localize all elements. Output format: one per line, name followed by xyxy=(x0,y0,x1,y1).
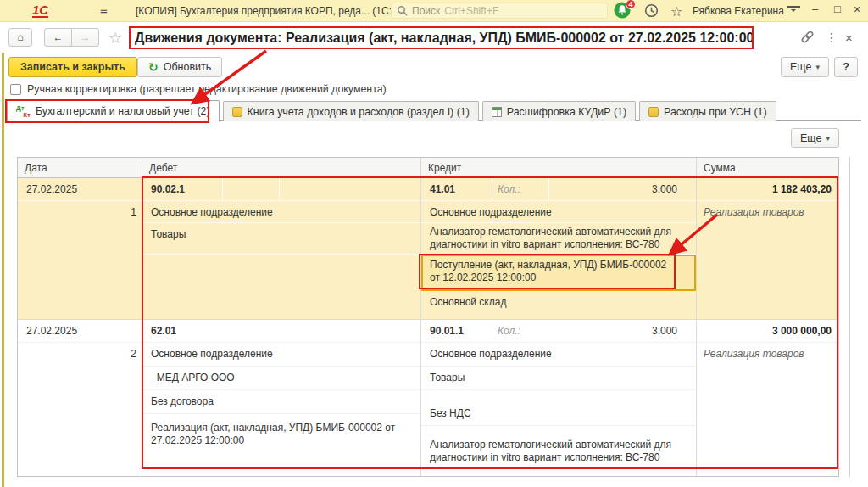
help-button[interactable]: ? xyxy=(834,57,858,77)
refresh-button[interactable]: ↻ Обновить xyxy=(137,57,222,77)
cell-credit-analytics[interactable]: Основной склад xyxy=(421,291,696,315)
more-button-top[interactable]: Еще ▾ xyxy=(781,57,829,77)
table-row[interactable]: 27.02.2025 1 90.02.1 Основное подразделе… xyxy=(18,178,838,320)
cell-amount[interactable]: 3 000 000,00 xyxy=(697,320,838,343)
qty-label: Кол.: xyxy=(492,320,549,342)
chevron-down-icon: ▾ xyxy=(815,63,820,71)
credit-account[interactable]: 41.01 xyxy=(421,178,492,200)
close-icon: × xyxy=(845,31,853,45)
journal-icon xyxy=(648,107,659,117)
table-header: Дата Дебет Кредит Сумма xyxy=(18,158,838,178)
link-icon xyxy=(800,30,815,44)
debit-account[interactable]: 90.02.1 xyxy=(142,178,223,200)
cell-date[interactable]: 27.02.2025 xyxy=(18,320,142,343)
cell-row-number: 2 xyxy=(18,343,142,367)
back-button[interactable]: ← xyxy=(44,28,72,47)
manual-adjustment-checkbox[interactable] xyxy=(10,84,21,95)
close-window-button[interactable]: × xyxy=(854,3,860,16)
page-title: Движения документа: Реализация (акт, нак… xyxy=(129,26,753,49)
star-icon: ☆ xyxy=(670,4,682,19)
tab-usn-expenses[interactable]: Расходы при УСН (1) xyxy=(639,101,776,121)
refresh-icon: ↻ xyxy=(148,62,159,72)
cell-operation[interactable]: Реализация товаров xyxy=(697,201,838,223)
credit-qty[interactable]: 3,000 xyxy=(549,178,696,200)
clock-icon xyxy=(644,3,659,18)
cell-debit-analytics[interactable]: Основное подразделение xyxy=(142,201,420,223)
credit-qty[interactable]: 3,000 xyxy=(549,320,696,342)
tab-accounting-tax[interactable]: ДтКт Бухгалтерский и налоговый учет (2) xyxy=(7,100,220,122)
cell-credit-account-line[interactable]: 90.01.1 Кол.: 3,000 xyxy=(421,320,696,343)
debit-account[interactable]: 62.01 xyxy=(142,320,223,342)
form-content: Записать и закрыть ↻ Обновить Еще ▾ ? Ру… xyxy=(0,53,868,487)
1c-logo: 1С xyxy=(32,3,48,18)
forward-button[interactable]: → xyxy=(71,28,99,47)
get-link-button[interactable] xyxy=(800,30,815,47)
cell-credit-analytics[interactable]: Товары xyxy=(421,367,696,390)
cell-credit-document-active[interactable]: Поступление (акт, накладная, УПД) БМИБ-0… xyxy=(421,255,696,291)
movements-table: Дата Дебет Кредит Сумма 27.02.2025 1 90.… xyxy=(17,157,839,477)
cell-debit-document[interactable]: Реализация (акт, накладная, УПД) БМИБ-00… xyxy=(142,419,420,456)
window-title-bar: 1С ≡ [КОПИЯ] Бухгалтерия предприятия КОР… xyxy=(0,0,868,22)
more-menu-button[interactable]: ⋮ xyxy=(826,31,837,44)
table-row[interactable]: 27.02.2025 2 62.01 Основное подразделени… xyxy=(18,320,838,476)
app-window: 1С ≡ [КОПИЯ] Бухгалтерия предприятия КОР… xyxy=(0,0,868,487)
cell-credit-account-line[interactable]: 41.01 Кол.: 3,000 xyxy=(421,178,696,201)
qty-label: Кол.: xyxy=(492,178,549,200)
main-menu-icon[interactable]: ≡ xyxy=(100,3,108,17)
minimize-button[interactable]: – xyxy=(812,3,818,15)
home-icon: ⌂ xyxy=(17,31,23,43)
home-button[interactable]: ⌂ xyxy=(8,28,32,47)
save-and-close-button[interactable]: Записать и закрыть xyxy=(8,57,137,77)
notifications-button[interactable]: 4 xyxy=(614,2,632,20)
history-button[interactable] xyxy=(644,3,659,20)
favorites-button[interactable]: ☆ xyxy=(670,3,682,20)
cell-credit-analytics[interactable]: Без НДС xyxy=(421,402,696,426)
col-header-credit[interactable]: Кредит xyxy=(421,158,697,177)
col-header-amount[interactable]: Сумма xyxy=(697,158,838,177)
cell-date[interactable]: 27.02.2025 xyxy=(18,178,142,201)
cell-credit-analytics[interactable]: Анализатор гематологический автоматическ… xyxy=(421,223,696,255)
manual-adjustment-label: Ручная корректировка (разрешает редактир… xyxy=(27,83,387,95)
journal-icon xyxy=(232,107,242,117)
tab-kudir-details[interactable]: Расшифровка КУДиР (1) xyxy=(482,101,636,121)
chevron-down-icon: ▾ xyxy=(826,134,830,143)
close-form-button[interactable]: × xyxy=(845,31,853,45)
current-user[interactable]: Рябкова Екатерина xyxy=(693,5,784,17)
cell-debit-analytics[interactable]: Без договора xyxy=(142,390,420,414)
col-header-date[interactable]: Дата xyxy=(18,158,142,177)
cell-debit-account-line[interactable]: 62.01 xyxy=(142,320,420,343)
search-icon xyxy=(397,5,408,16)
service-menu-icon[interactable] xyxy=(787,6,800,14)
cell-debit-analytics[interactable]: _МЕД АРГО ООО xyxy=(142,367,420,390)
notification-badge: 4 xyxy=(626,0,636,9)
search-input[interactable]: Поиск Ctrl+Shift+F xyxy=(391,3,608,19)
back-icon: ← xyxy=(53,31,64,43)
dots-icon: ⋮ xyxy=(826,31,837,44)
star-icon: ☆ xyxy=(108,30,122,47)
tab-income-expense-book[interactable]: Книга учета доходов и расходов (раздел I… xyxy=(223,101,479,121)
cell-credit-analytics[interactable]: Основное подразделение xyxy=(421,343,696,367)
cell-credit-analytics[interactable]: Основное подразделение xyxy=(421,201,696,223)
maximize-button[interactable]: □ xyxy=(834,3,841,15)
search-placeholder: Поиск xyxy=(412,5,440,17)
form-header-row: ⌂ ← → ☆ Движения документа: Реализация (… xyxy=(0,22,868,53)
cell-operation[interactable]: Реализация товаров xyxy=(697,343,838,367)
credit-account[interactable]: 90.01.1 xyxy=(421,320,492,342)
cell-debit-analytics[interactable]: Товары xyxy=(142,223,420,255)
search-shortcut: Ctrl+Shift+F xyxy=(444,5,498,17)
table-scrollbar[interactable] xyxy=(849,157,850,477)
cell-row-number: 1 xyxy=(18,201,142,223)
col-header-debit[interactable]: Дебет xyxy=(142,158,421,177)
manual-adjustment-row: Ручная корректировка (разрешает редактир… xyxy=(10,83,387,95)
tabstrip: ДтКт Бухгалтерский и налоговый учет (2) … xyxy=(7,100,776,121)
cell-credit-analytics[interactable]: Анализатор гематологический автоматическ… xyxy=(421,436,696,468)
more-button-table[interactable]: Еще ▾ xyxy=(791,128,839,148)
cell-debit-analytics[interactable]: Основное подразделение xyxy=(142,343,420,367)
cell-amount[interactable]: 1 182 403,20 xyxy=(697,178,838,201)
forward-icon: → xyxy=(81,31,91,43)
table-icon xyxy=(492,107,502,117)
cell-debit-account-line[interactable]: 90.02.1 xyxy=(142,178,420,201)
left-accent-strip xyxy=(2,53,4,487)
dtkt-icon: ДтКт xyxy=(16,105,31,118)
favorite-star-button[interactable]: ☆ xyxy=(108,29,122,48)
